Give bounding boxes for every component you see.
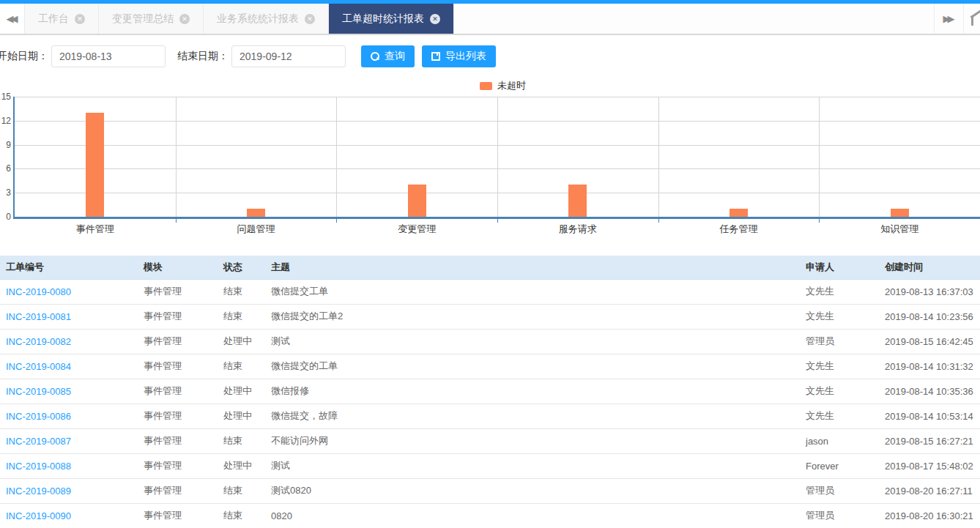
work-order-link[interactable]: INC-2019-0087: [6, 436, 71, 447]
table-cell: 文先生: [806, 304, 885, 329]
table-cell: 2019-08-15 16:27:21: [885, 428, 980, 453]
table-cell: jason: [806, 428, 885, 453]
table-row: INC-2019-0085事件管理处理中微信报修文先生2019-08-14 10…: [0, 379, 980, 404]
work-order-link[interactable]: INC-2019-0089: [6, 486, 71, 497]
work-order-link[interactable]: INC-2019-0086: [6, 411, 71, 422]
cell-work-order-no[interactable]: INC-2019-0087: [0, 428, 144, 453]
table-cell: 管理员: [806, 503, 885, 528]
x-axis-line: [13, 217, 980, 219]
gridline: [176, 97, 177, 217]
table-row: INC-2019-0089事件管理结束测试0820管理员2019-08-20 1…: [0, 478, 980, 503]
table-cell: 文先生: [806, 404, 885, 428]
work-order-link[interactable]: INC-2019-0084: [6, 361, 71, 372]
y-axis-label: 0: [0, 212, 11, 222]
table-cell: 事件管理: [144, 503, 223, 528]
table-cell: 测试: [271, 329, 806, 354]
cell-work-order-no[interactable]: INC-2019-0085: [0, 379, 144, 404]
x-axis-label: 变更管理: [398, 223, 436, 236]
table-row: INC-2019-0090事件管理结束0820管理员2019-08-20 16:…: [0, 503, 980, 528]
y-axis-line: [13, 97, 15, 217]
table-cell: 文先生: [806, 279, 885, 304]
bar: [408, 185, 426, 217]
gridline: [497, 97, 498, 217]
table-row: INC-2019-0080事件管理结束微信提交工单文先生2019-08-13 1…: [0, 279, 980, 304]
table-row: INC-2019-0082事件管理处理中测试管理员2019-08-15 16:4…: [0, 329, 980, 354]
table-cell: 处理中: [223, 329, 271, 354]
work-order-link[interactable]: INC-2019-0080: [6, 286, 71, 297]
table-cell: 微信提交工单: [271, 279, 806, 304]
table-cell: 事件管理: [144, 379, 223, 404]
bar: [730, 209, 748, 217]
y-axis-label: 12: [0, 116, 11, 126]
cell-work-order-no[interactable]: INC-2019-0086: [0, 404, 144, 428]
bar-chart: 03691215事件管理问题管理变更管理服务请求任务管理知识管理: [0, 0, 980, 242]
table-cell: 事件管理: [144, 279, 223, 304]
bar: [247, 209, 265, 217]
table-cell: 事件管理: [144, 354, 223, 379]
y-axis-label: 9: [0, 140, 11, 150]
table-cell: 2019-08-14 10:31:32: [885, 354, 980, 379]
bar: [891, 209, 909, 217]
table-cell: 事件管理: [144, 404, 223, 428]
table-header-row: 工单编号 模块 状态 主题 申请人 创建时间: [0, 256, 980, 279]
cell-work-order-no[interactable]: INC-2019-0084: [0, 354, 144, 379]
table-cell: 结束: [223, 478, 271, 503]
work-order-link[interactable]: INC-2019-0088: [6, 461, 71, 472]
work-order-link[interactable]: INC-2019-0085: [6, 386, 71, 397]
x-axis-label: 问题管理: [237, 223, 275, 236]
table-cell: 微信提交的工单2: [271, 304, 806, 329]
table-cell: 事件管理: [144, 304, 223, 329]
bar: [86, 113, 104, 217]
work-order-link[interactable]: INC-2019-0090: [6, 510, 71, 521]
x-axis-tick: [819, 219, 820, 223]
col-header-subject: 主题: [271, 256, 806, 279]
y-axis-label: 6: [0, 163, 11, 174]
table-cell: 文先生: [806, 379, 885, 404]
cell-work-order-no[interactable]: INC-2019-0088: [0, 453, 144, 478]
table-cell: 结束: [223, 354, 271, 379]
table-cell: 2019-08-13 16:37:03: [885, 279, 980, 304]
table-cell: 文先生: [806, 354, 885, 379]
x-axis-label: 服务请求: [559, 223, 597, 236]
cell-work-order-no[interactable]: INC-2019-0089: [0, 478, 144, 503]
table-cell: 管理员: [806, 478, 885, 503]
table-row: INC-2019-0081事件管理结束微信提交的工单2文先生2019-08-14…: [0, 304, 980, 329]
x-axis-tick: [176, 219, 177, 223]
table-cell: 事件管理: [144, 428, 223, 453]
table-cell: 2019-08-14 10:35:36: [885, 379, 980, 404]
work-order-link[interactable]: INC-2019-0081: [6, 311, 71, 322]
cell-work-order-no[interactable]: INC-2019-0082: [0, 329, 144, 354]
col-header-created-time: 创建时间: [885, 256, 980, 279]
x-axis-label: 事件管理: [76, 223, 114, 236]
y-axis-label: 15: [0, 92, 11, 102]
cell-work-order-no[interactable]: INC-2019-0090: [0, 503, 144, 528]
x-axis-tick: [497, 219, 498, 223]
table-cell: 处理中: [223, 404, 271, 428]
table-row: INC-2019-0088事件管理处理中测试Forever2019-08-17 …: [0, 453, 980, 478]
table-row: INC-2019-0086事件管理处理中微信提交，故障文先生2019-08-14…: [0, 404, 980, 428]
bar: [568, 185, 587, 217]
table-cell: 结束: [223, 503, 271, 528]
y-axis-label: 3: [0, 187, 11, 198]
table-cell: 结束: [223, 279, 271, 304]
gridline: [336, 97, 337, 217]
col-header-applicant: 申请人: [806, 256, 885, 279]
table-cell: 2019-08-20 16:30:21: [885, 503, 980, 528]
work-order-link[interactable]: INC-2019-0082: [6, 336, 71, 347]
table-cell: 事件管理: [144, 329, 223, 354]
table-cell: 结束: [223, 428, 271, 453]
col-header-module: 模块: [144, 256, 223, 279]
table-cell: 处理中: [223, 379, 271, 404]
table-cell: 2019-08-20 16:27:11: [885, 478, 980, 503]
cell-work-order-no[interactable]: INC-2019-0080: [0, 279, 144, 304]
table-row: INC-2019-0084事件管理结束微信提交的工单文先生2019-08-14 …: [0, 354, 980, 379]
table-cell: 事件管理: [144, 478, 223, 503]
table-cell: 2019-08-14 10:53:14: [885, 404, 980, 428]
cell-work-order-no[interactable]: INC-2019-0081: [0, 304, 144, 329]
table-cell: 不能访问外网: [271, 428, 806, 453]
table-cell: 2019-08-17 15:48:02: [885, 453, 980, 478]
gridline: [658, 97, 659, 217]
x-axis-tick: [658, 219, 659, 223]
gridline: [819, 97, 820, 217]
x-axis-tick: [336, 219, 337, 223]
